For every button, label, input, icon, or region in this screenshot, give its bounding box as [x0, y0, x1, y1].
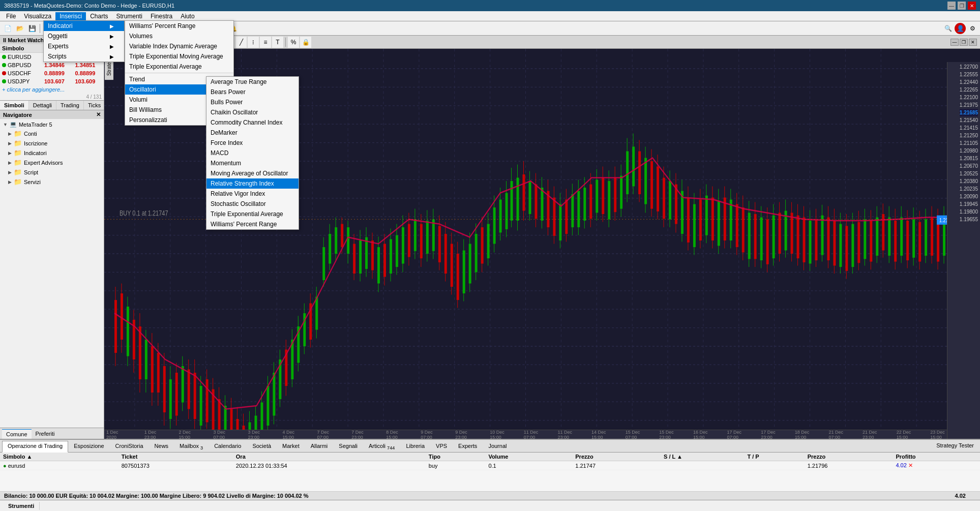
strategy-tester-btn[interactable]: Strategy Tester [932, 441, 978, 452]
tab-ticks[interactable]: Ticks [84, 101, 105, 110]
chart-btn-channel[interactable]: ⫶ [248, 37, 259, 48]
term-tab-esposizione[interactable]: Esposizione [68, 441, 109, 452]
ind-williams-item[interactable]: Williams' Percent Range [125, 21, 233, 31]
nav-item-iscrizione[interactable]: ▶ 📁 Iscrizione [0, 138, 104, 148]
add-symbol-row[interactable]: + clicca per aggiungere... [0, 85, 104, 94]
term-tab-mailbox[interactable]: Mailbox 3 [174, 441, 209, 452]
osc-force-label: Force Index [211, 139, 243, 146]
navigator-close[interactable]: ✕ [96, 111, 101, 118]
osc-bulls-item[interactable]: Bulls Power [206, 97, 299, 107]
trade-row[interactable]: ● eurusd 807501373 2020.12.23 01:33:54 b… [0, 461, 980, 470]
close-trade-icon[interactable]: ✕ [908, 462, 913, 468]
osc-bears-item[interactable]: Bears Power [206, 87, 299, 97]
nav-item-conti[interactable]: ▶ 📁 Conti [0, 129, 104, 138]
maximize-button[interactable]: ❐ [958, 2, 966, 10]
tab-trading[interactable]: Trading [56, 101, 84, 110]
chart-btn-pct[interactable]: % [288, 37, 299, 48]
osc-force-item[interactable]: Force Index [206, 138, 299, 148]
menu-scripts-item[interactable]: Scripts ▶ [44, 51, 124, 62]
osc-rvi-item[interactable]: Relative Vigor Index [206, 189, 299, 199]
osc-momentum-item[interactable]: Momentum [206, 158, 299, 168]
menu-strumenti[interactable]: Strumenti [112, 12, 146, 20]
term-tab-market[interactable]: Market [277, 441, 305, 452]
term-tab-libreria[interactable]: Libreria [400, 441, 430, 452]
osc-rsi-item[interactable]: Relative Strength Index [206, 178, 299, 189]
chart-minimize[interactable]: — [951, 39, 959, 46]
osc-trix-item[interactable]: Triple Exponential Average [206, 209, 299, 219]
chart-btn-tline[interactable]: ╱ [235, 37, 247, 48]
menu-visualizza[interactable]: Visualizza [20, 12, 55, 20]
minimize-button[interactable]: — [947, 2, 956, 10]
term-tab-vps[interactable]: VPS [430, 441, 453, 452]
term-tab-allarmi[interactable]: Allarmi [305, 441, 334, 452]
menu-inserisci[interactable]: Inserisci [55, 12, 86, 20]
toolbar-open[interactable]: 📂 [14, 23, 25, 34]
term-tab-articoli[interactable]: Articoli 744 [363, 441, 400, 452]
bottom-tab-strumenti[interactable]: Strumenti [3, 502, 40, 510]
term-tab-societa[interactable]: Società [247, 441, 277, 452]
term-tab-cronistoria[interactable]: CroniStoria [110, 441, 149, 452]
osc-chaikin-item[interactable]: Chaikin Oscillator [206, 107, 299, 117]
col-ora[interactable]: Ora [233, 453, 426, 461]
col-ticket[interactable]: Ticket [118, 453, 233, 461]
col-tp[interactable]: T / P [744, 453, 804, 461]
nav-tab-preferiti[interactable]: Preferiti [32, 429, 59, 439]
chart-maximize[interactable]: ❐ [960, 39, 968, 46]
ind-tema-item[interactable]: Triple Exponential Moving Average [125, 51, 233, 62]
nav-item-script[interactable]: ▶ 📁 Script [0, 167, 104, 177]
time-label: 18 Dec 15:00 [795, 430, 810, 439]
term-tab-segnali[interactable]: Segnali [333, 441, 363, 452]
chart-btn-fib[interactable]: ≡ [260, 37, 271, 48]
ind-volumes-item[interactable]: Volumes [125, 31, 233, 41]
term-tab-trading[interactable]: Operazione di Trading [2, 441, 68, 453]
chart-close[interactable]: ✕ [969, 39, 977, 46]
close-button[interactable]: ✕ [968, 2, 976, 10]
nav-tab-comune[interactable]: Comune [2, 429, 32, 439]
toolbar-save[interactable]: 💾 [26, 23, 38, 34]
osc-osma-item[interactable]: Moving Average of Oscillator [206, 168, 299, 178]
osc-cci-item[interactable]: Commodity Channel Index [206, 117, 299, 128]
menu-file[interactable]: File [2, 12, 20, 20]
market-watch-row[interactable]: GBPUSD 1.34846 1.34851 [0, 61, 104, 69]
ind-trix-item[interactable]: Triple Exponential Average [125, 62, 233, 72]
osc-macd-item[interactable]: MACD [206, 148, 299, 158]
osc-wpr-item[interactable]: Williams' Percent Range [206, 219, 299, 229]
title-bar-controls[interactable]: — ❐ ✕ [947, 2, 976, 10]
chart-btn-lock[interactable]: 🔒 [300, 37, 311, 48]
menu-aiuto[interactable]: Aiuto [176, 12, 198, 20]
osc-demarker-item[interactable]: DeMarker [206, 128, 299, 138]
nav-item-root[interactable]: ▼ 💻 MetaTrader 5 [0, 120, 104, 129]
toolbar-user[interactable]: 👤 [955, 23, 966, 34]
col-prezzo[interactable]: Prezzo [572, 453, 661, 461]
ind-volumes-label: Volumes [129, 33, 153, 40]
term-tab-news[interactable]: News [149, 441, 174, 452]
col-profitto[interactable]: Profitto [893, 453, 980, 461]
osc-atr-item[interactable]: Average True Range [206, 77, 299, 87]
col-sl[interactable]: S / L ▲ [661, 453, 744, 461]
osc-stoch-item[interactable]: Stochastic Oscillator [206, 199, 299, 209]
menu-finestra[interactable]: Finestra [146, 12, 176, 20]
term-tab-experts[interactable]: Experts [453, 441, 483, 452]
nav-item-experts[interactable]: ▶ 📁 Expert Advisors [0, 158, 104, 167]
chart-btn-text[interactable]: T [272, 37, 283, 48]
col-tipo[interactable]: Tipo [426, 453, 486, 461]
col-simbolo[interactable]: Simbolo ▲ [0, 453, 118, 461]
market-watch-row[interactable]: USDCHF 0.88899 0.88899 [0, 69, 104, 77]
menu-experts-item[interactable]: Experts ▶ [44, 41, 124, 51]
menu-oggetti-item[interactable]: Oggetti ▶ [44, 31, 124, 41]
tab-simboli[interactable]: Simboli [0, 101, 29, 110]
term-tab-journal[interactable]: Journal [483, 441, 512, 452]
toolbar-new[interactable]: 📄 [2, 23, 13, 34]
toolbar-search[interactable]: 🔍 [942, 23, 954, 34]
market-watch-row[interactable]: USDJPY 103.607 103.609 [0, 77, 104, 85]
nav-item-indicatori[interactable]: ▶ 📁 Indicatori [0, 148, 104, 158]
nav-item-servizi[interactable]: ▶ 📁 Servizi [0, 177, 104, 187]
menu-indicatori-item[interactable]: Indicatori ▶ [44, 21, 124, 31]
col-volume[interactable]: Volume [485, 453, 572, 461]
toolbar-settings[interactable]: ⚙ [967, 23, 978, 34]
col-prezzo2[interactable]: Prezzo [805, 453, 893, 461]
menu-charts[interactable]: Charts [86, 12, 112, 20]
tab-dettagli[interactable]: Dettagli [29, 101, 56, 110]
ind-vida-item[interactable]: Variable Index Dynamic Average [125, 41, 233, 51]
term-tab-calendario[interactable]: Calendario [209, 441, 247, 452]
